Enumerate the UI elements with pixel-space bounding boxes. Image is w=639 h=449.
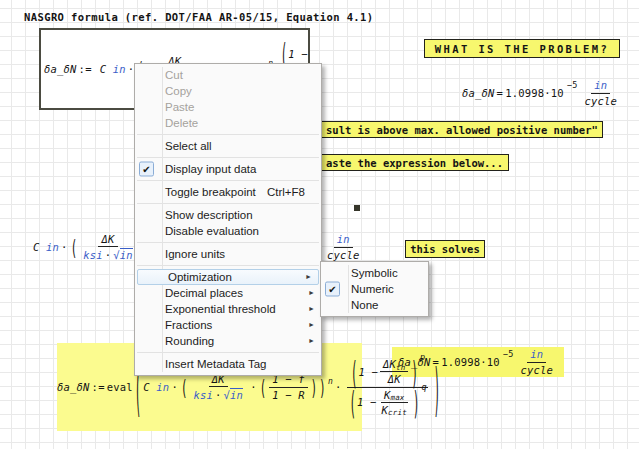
times-dot: ·	[250, 381, 257, 393]
menu-item-label: Ignore units	[165, 246, 225, 262]
exp-q: q	[421, 383, 426, 393]
dk-over-ksi-sqrt-in: ΔK ksi·√in	[190, 373, 246, 401]
menu-item-rounding[interactable]: Rounding ►	[135, 333, 321, 349]
var-C: C	[100, 63, 107, 75]
var-dadn: δa_δN	[462, 87, 495, 99]
var-dK: ΔK	[101, 233, 114, 245]
menu-item-label: Copy	[165, 83, 192, 99]
result-equation-top[interactable]: δa_δN = 1.0998·10 −5 in cycle	[462, 77, 622, 109]
menu-separator	[137, 352, 319, 353]
in-per-cycle: in cycle	[324, 233, 363, 260]
menu-item-disable-evaluation[interactable]: Disable evaluation	[135, 223, 321, 239]
worksheet-title[interactable]: NASGRO formula (ref. DOT/FAA AR-05/15, E…	[24, 11, 374, 23]
var-dK: ΔK	[388, 373, 401, 385]
result-value: 1.0998·10	[505, 87, 564, 99]
paren-open: (	[260, 374, 267, 399]
menu-item-label: Optimization	[168, 270, 232, 284]
in-per-cycle: in cycle	[581, 79, 620, 106]
submenu-arrow-icon: ►	[308, 333, 315, 349]
note-text: WHAT IS THE PROBLEM?	[435, 43, 609, 55]
menu-item-optimization[interactable]: Optimization ►	[137, 269, 319, 285]
menu-separator	[137, 242, 319, 243]
dk-over-ksi-sqrt-in: ΔK ksi·√in	[80, 233, 136, 261]
in-per-cycle: in cycle	[517, 348, 556, 375]
menu-item-label: Symbolic	[351, 265, 398, 281]
menu-item-label: Exponential threshold	[165, 301, 276, 317]
submenu-item-symbolic[interactable]: Symbolic	[321, 265, 428, 281]
eval-keyword: eval	[107, 381, 133, 393]
menu-separator	[137, 265, 319, 266]
times-dot: ·	[335, 381, 342, 393]
submenu-item-numeric[interactable]: ✔ Numeric	[321, 281, 428, 297]
menu-item-label: Cut	[165, 67, 183, 83]
threshold-over-crit-fraction: ( 1 − ΔKthΔK ) p ( 1 − KmaxKcrit ) q	[345, 358, 429, 415]
unit-in: in	[594, 79, 607, 91]
menu-item-label: Fractions	[165, 317, 212, 333]
term-one-minus: 1 −	[288, 48, 308, 60]
exp-p: p	[420, 353, 425, 363]
note-result-above-max[interactable]: sult is above max. allowed positive numb…	[316, 121, 603, 138]
menu-item-display-input-data[interactable]: ✔ Display input data	[135, 161, 321, 177]
unit-cycle: cycle	[520, 364, 553, 376]
sub-th: th	[396, 364, 405, 373]
menu-item-exponential-threshold[interactable]: Exponential threshold ►	[135, 301, 321, 317]
menu-item-label: Decimal places	[165, 285, 243, 301]
var-dadn: δa_δN	[57, 381, 90, 393]
menu-separator	[137, 157, 319, 158]
menu-item-fractions[interactable]: Fractions ►	[135, 317, 321, 333]
var-C: C	[143, 381, 150, 393]
menu-item-copy[interactable]: Copy	[135, 83, 321, 99]
times-dot: ·	[171, 381, 178, 393]
menu-item-ignore-units[interactable]: Ignore units	[135, 246, 321, 262]
sub-max: max	[390, 394, 404, 403]
exp-n: n	[328, 377, 333, 386]
assign-op: :=	[79, 63, 92, 75]
menu-item-insert-metadata-tag[interactable]: Insert Metadata Tag	[135, 356, 321, 372]
unit-in: in	[46, 241, 59, 253]
unit-in: in	[113, 63, 126, 75]
times-dot: ·	[61, 241, 68, 253]
selection-handle[interactable]	[354, 205, 360, 211]
note-paste-expression[interactable]: aste the expression below...	[316, 154, 509, 171]
unit-cycle: cycle	[327, 249, 360, 261]
submenu-arrow-icon: ►	[305, 270, 312, 284]
var-C: C	[33, 241, 40, 253]
note-this-solves[interactable]: this solves	[405, 240, 485, 258]
menu-item-label: Numeric	[351, 281, 394, 297]
checkmark-icon: ✔	[139, 162, 154, 177]
menu-item-toggle-breakpoint[interactable]: Toggle breakpoint Ctrl+F8	[135, 184, 321, 200]
paren-close: )	[311, 374, 318, 399]
menu-item-shortcut: Ctrl+F8	[267, 184, 313, 200]
term-one-minus: 1 −	[357, 396, 377, 408]
menu-separator	[137, 134, 319, 135]
unit-in: in	[530, 348, 543, 360]
menu-item-label: Display input data	[165, 161, 256, 177]
result-exponent: −5	[503, 349, 514, 359]
menu-item-cut[interactable]: Cut	[135, 67, 321, 83]
menu-item-label: Disable evaluation	[165, 223, 259, 239]
note-text: sult is above max. allowed positive numb…	[326, 124, 598, 136]
context-menu: Cut Copy Paste Delete Select all ✔ Displ…	[134, 63, 322, 376]
var-dK: ΔK	[383, 358, 396, 370]
optimization-submenu: Symbolic ✔ Numeric None	[320, 261, 429, 317]
menu-item-paste[interactable]: Paste	[135, 99, 321, 115]
menu-item-label: Paste	[165, 99, 194, 115]
times-dot: ·	[215, 389, 222, 401]
menu-item-decimal-places[interactable]: Decimal places ►	[135, 285, 321, 301]
menu-item-label: Show description	[165, 207, 253, 223]
menu-item-select-all[interactable]: Select all	[135, 138, 321, 154]
unit-in: in	[120, 248, 133, 261]
unit-ksi: ksi	[193, 389, 213, 401]
paren-open: (	[181, 374, 188, 399]
sub-crit: crit	[388, 409, 407, 418]
submenu-arrow-icon: ►	[308, 285, 315, 301]
paren-close: )	[434, 355, 441, 420]
term-one-minus-R: 1 − R	[272, 389, 305, 401]
menu-item-show-description[interactable]: Show description	[135, 207, 321, 223]
submenu-item-none[interactable]: None	[321, 297, 428, 313]
note-what-is-the-problem[interactable]: WHAT IS THE PROBLEM?	[424, 39, 620, 58]
menu-item-delete[interactable]: Delete	[135, 115, 321, 131]
menu-item-label: Insert Metadata Tag	[165, 356, 266, 372]
unit-in: in	[337, 233, 350, 245]
equals-op: =	[497, 87, 504, 99]
